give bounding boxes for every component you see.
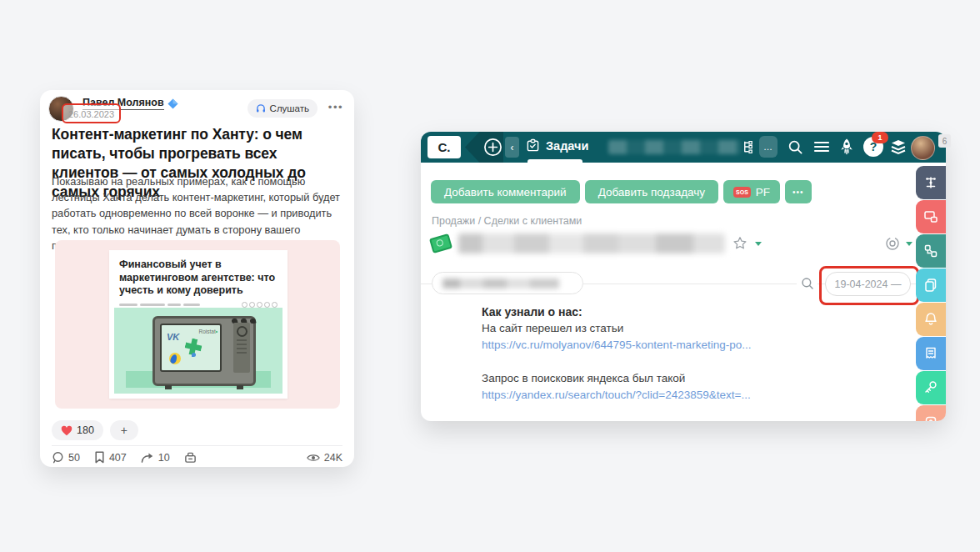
hamburger-icon	[813, 140, 830, 153]
sos-badge: SOS	[733, 187, 751, 198]
panels-icon	[922, 208, 939, 225]
layers-button[interactable]	[889, 138, 908, 155]
sidebar-copy-button[interactable]	[916, 268, 946, 302]
breadcrumb[interactable]: Продажи / Сделки с клиентами	[432, 215, 582, 227]
donate-button[interactable]	[184, 451, 197, 464]
like-count: 180	[77, 424, 94, 436]
date-range-field[interactable]: 19-04-2024 —	[825, 272, 911, 296]
redacted-deal-title	[458, 233, 725, 253]
tree-view-button[interactable]	[741, 138, 757, 155]
magnifier-icon	[801, 277, 814, 290]
tab-tasks-label: Задачи	[546, 139, 588, 153]
star-icon[interactable]	[732, 236, 748, 251]
rocket-icon	[838, 138, 855, 156]
bird-graphic	[192, 353, 196, 357]
timeline-stage-pill[interactable]	[432, 272, 583, 294]
embedded-article-card[interactable]: Финансовый учет в маркетинговом агентств…	[55, 240, 340, 409]
divider	[52, 445, 342, 446]
share-button[interactable]: 10	[141, 452, 170, 464]
post-more-button[interactable]: •••	[328, 101, 343, 113]
tv-illustration: VK Roistat•	[152, 316, 256, 386]
right-sidebar	[916, 166, 946, 421]
flow-nodes-icon	[922, 243, 939, 259]
roistat-logo: Roistat•	[198, 329, 218, 334]
plus-icon: +	[121, 424, 128, 437]
views-counter: 24K	[307, 452, 342, 464]
date-annotation-box: 26.03.2023	[62, 103, 121, 123]
comment-line: Запрос в поисковик яндекса был такой	[482, 370, 873, 387]
bookmark-button[interactable]: 407	[94, 451, 127, 464]
search-icon	[788, 139, 803, 155]
bookmark-icon	[94, 451, 105, 464]
article-cover-image: VK Roistat•	[114, 308, 282, 394]
add-button[interactable]	[483, 138, 502, 157]
add-comment-button[interactable]: Добавить комментарий	[431, 180, 580, 203]
tv-foot	[165, 385, 172, 389]
plus-circle-icon	[483, 138, 502, 157]
sidebar-notifications-button[interactable]	[916, 303, 946, 336]
tree-icon	[741, 138, 757, 155]
share-arrow-icon	[141, 452, 154, 464]
listen-label: Слушать	[270, 103, 309, 113]
back-button[interactable]: ‹	[505, 137, 519, 158]
search-button[interactable]	[788, 139, 803, 155]
views-count: 24K	[324, 452, 342, 464]
crm-header: C. ‹ Задачи …	[421, 132, 946, 163]
receipt-icon	[922, 345, 939, 362]
like-button[interactable]: 180	[52, 420, 103, 440]
bookmarks-count: 407	[109, 452, 127, 464]
verified-icon	[168, 98, 178, 109]
sidebar-boards-button[interactable]	[916, 200, 946, 233]
article-preview: Финансовый учет в маркетинговом агентств…	[109, 250, 288, 399]
user-avatar[interactable]	[911, 136, 935, 160]
article-meta	[109, 298, 288, 308]
sidebar-access-button[interactable]	[916, 371, 946, 404]
sos-pf-button[interactable]: SOS PF	[723, 180, 780, 203]
layers-icon	[889, 138, 908, 155]
clipboard-check-icon	[526, 138, 540, 153]
redacted-header-text	[608, 140, 742, 154]
help-button[interactable]: ? 1	[863, 137, 883, 157]
sidebar-process-button[interactable]	[916, 234, 946, 268]
yandex-search-link[interactable]: https://yandex.ru/search/touch/?clid=242…	[482, 387, 873, 404]
paperclip-icon	[922, 414, 939, 421]
app-logo[interactable]: C.	[428, 136, 461, 158]
yandex-ball-graphic	[169, 353, 181, 364]
watchers-dropdown-caret[interactable]	[906, 242, 912, 246]
launch-button[interactable]	[838, 138, 855, 156]
corner-count-badge: 6	[938, 134, 951, 148]
eye-icon	[307, 453, 320, 463]
sidebar-notes-button[interactable]	[916, 337, 946, 370]
listen-button[interactable]: Слушать	[248, 99, 318, 118]
add-reaction-button[interactable]: +	[110, 420, 138, 440]
post-date: 26.03.2023	[68, 109, 114, 119]
timeline-search-button[interactable]	[797, 273, 818, 294]
watchers-icon[interactable]	[883, 236, 902, 251]
vk-logo: VK	[167, 332, 179, 342]
help-notification-badge: 1	[872, 132, 888, 143]
tab-tasks[interactable]: Задачи	[526, 138, 588, 153]
active-tab-indicator	[528, 159, 582, 163]
documents-icon	[922, 277, 939, 294]
star-dropdown-caret[interactable]	[755, 242, 762, 246]
menu-button[interactable]	[813, 140, 830, 153]
donate-icon	[184, 451, 197, 464]
comments-button[interactable]: 50	[52, 451, 80, 464]
more-actions-button[interactable]: •••	[785, 180, 812, 203]
comment-line: На сайт перешел из статьи	[482, 320, 873, 337]
key-icon	[922, 379, 939, 396]
heart-icon	[61, 425, 72, 436]
vc-article-link[interactable]: https://vc.ru/molyanov/644795-kontent-ma…	[482, 337, 873, 354]
post-card: Павел Молянов 26.03.2023 Слушать ••• Кон…	[40, 90, 354, 467]
screenshot-stage: Павел Молянов 26.03.2023 Слушать ••• Кон…	[0, 0, 980, 552]
add-subtask-button[interactable]: Добавить подзадачу	[585, 180, 718, 203]
redacted-stage-label	[442, 279, 559, 289]
article-share-icons	[242, 302, 278, 308]
bell-icon	[922, 311, 939, 328]
sidebar-automation-button[interactable]	[916, 166, 946, 199]
sidebar-attachments-button[interactable]	[916, 405, 946, 421]
comment-heading: Как узнали о нас:	[482, 304, 873, 320]
header-more-button[interactable]: …	[759, 136, 778, 158]
money-icon	[429, 233, 452, 253]
crm-card: C. ‹ Задачи …	[421, 132, 946, 421]
